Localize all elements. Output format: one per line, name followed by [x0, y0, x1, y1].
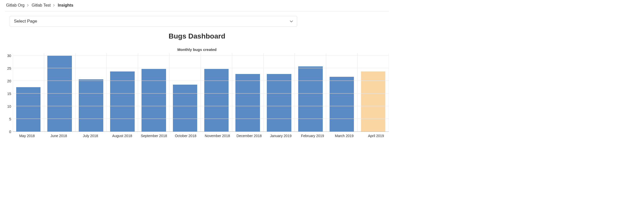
- bar-slot: [295, 53, 326, 132]
- bar[interactable]: [267, 74, 291, 132]
- y-tick-label: 5: [9, 117, 11, 121]
- x-tick-label: July 2018: [75, 132, 106, 138]
- gridline: [13, 106, 389, 106]
- y-tick-label: 20: [7, 79, 11, 83]
- x-tick-label: May 2018: [11, 132, 43, 138]
- page-select-label: Select Page: [14, 19, 37, 24]
- bar[interactable]: [298, 66, 323, 132]
- y-tick-label: 25: [7, 66, 11, 70]
- chevron-down-icon: [290, 19, 293, 24]
- breadcrumb: Gitlab Org Gitlab Test Insights: [2, 0, 392, 11]
- x-tick-label: February 2019: [297, 132, 328, 138]
- x-tick-label: August 2018: [106, 132, 138, 138]
- bar-slot: [201, 53, 232, 132]
- bar-slot: [326, 53, 357, 132]
- x-tick-label: April 2019: [360, 132, 392, 138]
- x-tick-label: October 2018: [170, 132, 202, 138]
- page-title: Bugs Dashboard: [2, 32, 392, 40]
- bars-container: [13, 53, 389, 132]
- bar[interactable]: [47, 56, 72, 132]
- bar[interactable]: [142, 69, 166, 132]
- x-tick-label: September 2018: [138, 132, 170, 138]
- breadcrumb-item-org[interactable]: Gitlab Org: [6, 3, 25, 8]
- bar-slot: [75, 53, 107, 132]
- bar-slot: [107, 53, 138, 132]
- gridline: [13, 93, 389, 94]
- y-tick-label: 10: [7, 104, 11, 108]
- bar-slot: [138, 53, 169, 132]
- bar[interactable]: [204, 69, 229, 132]
- gridline: [13, 55, 389, 55]
- bar-chart: 051015202530: [4, 53, 389, 132]
- bar[interactable]: [16, 87, 41, 132]
- page-select[interactable]: Select Page: [10, 16, 297, 27]
- chevron-right-icon: [27, 4, 29, 7]
- bar[interactable]: [235, 74, 260, 132]
- y-tick-label: 15: [7, 92, 11, 96]
- gridline: [13, 119, 389, 119]
- y-axis: 051015202530: [4, 53, 13, 132]
- gridline: [13, 68, 389, 68]
- y-tick-label: 30: [7, 54, 11, 58]
- gridline: [13, 81, 389, 81]
- y-tick-label: 0: [9, 130, 11, 134]
- bar-slot: [169, 53, 201, 132]
- bar-slot: [232, 53, 264, 132]
- plot-area: [13, 53, 389, 132]
- x-axis: May 2018June 2018July 2018August 2018Sep…: [11, 132, 392, 138]
- x-tick-label: December 2018: [233, 132, 265, 138]
- chevron-right-icon: [53, 4, 55, 7]
- chart-title: Monthly bugs created: [2, 47, 392, 52]
- bar-slot: [357, 53, 389, 132]
- x-tick-label: November 2018: [202, 132, 233, 138]
- breadcrumb-item-test[interactable]: Gitlab Test: [32, 3, 51, 8]
- x-tick-label: January 2019: [265, 132, 297, 138]
- bar[interactable]: [330, 77, 354, 132]
- bar-slot: [264, 53, 295, 132]
- x-tick-label: June 2018: [43, 132, 74, 138]
- bar-slot: [44, 53, 75, 132]
- bar[interactable]: [79, 79, 103, 132]
- x-tick-label: March 2019: [328, 132, 360, 138]
- bar-slot: [13, 53, 44, 132]
- breadcrumb-item-current: Insights: [58, 3, 73, 8]
- bar[interactable]: [173, 85, 197, 132]
